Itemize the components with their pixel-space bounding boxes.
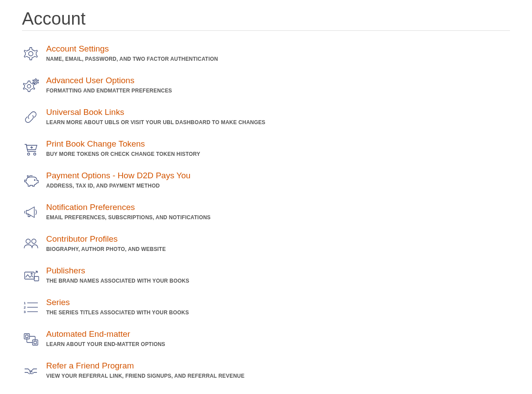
numbered-list-icon: [22, 298, 46, 316]
gears-icon: [22, 76, 46, 94]
item-title[interactable]: Print Book Change Tokens: [46, 139, 510, 149]
gear-icon: [22, 44, 46, 63]
account-items-list: Account SettingsNAME, EMAIL, PASSWORD, A…: [22, 35, 510, 394]
handshake-icon: [22, 361, 46, 379]
flow-nodes-icon: [22, 329, 46, 348]
item-title[interactable]: Series: [46, 298, 510, 308]
item-title[interactable]: Contributor Profiles: [46, 234, 510, 244]
megaphone-icon: [22, 203, 46, 221]
item-desc: VIEW YOUR REFERRAL LINK, FRIEND SIGNUPS,…: [46, 373, 510, 379]
item-desc: EMAIL PREFERENCES, SUBSCRIPTIONS, AND NO…: [46, 214, 510, 221]
amazon-checklist-link[interactable]: Amazon ChecklistA LIST OF REQUIREMENTS N…: [22, 388, 510, 394]
automated-end-matter-link[interactable]: Automated End-matterLEARN ABOUT YOUR END…: [22, 325, 510, 357]
item-desc: LEARN ABOUT YOUR END-MATTER OPTIONS: [46, 341, 510, 347]
item-desc: THE BRAND NAMES ASSOCIATED WITH YOUR BOO…: [46, 278, 510, 284]
item-desc: NAME, EMAIL, PASSWORD, AND TWO FACTOR AU…: [46, 56, 510, 62]
refer-a-friend-link[interactable]: Refer a Friend ProgramVIEW YOUR REFERRAL…: [22, 357, 510, 388]
account-settings-link[interactable]: Account SettingsNAME, EMAIL, PASSWORD, A…: [22, 40, 510, 71]
item-title[interactable]: Notification Preferences: [46, 203, 510, 213]
item-title[interactable]: Advanced User Options: [46, 76, 510, 86]
item-desc: ADDRESS, TAX ID, AND PAYMENT METHOD: [46, 183, 510, 189]
item-title[interactable]: Payment Options - How D2D Pays You: [46, 171, 510, 181]
series-link[interactable]: SeriesTHE SERIES TITLES ASSOCIATED WITH …: [22, 293, 510, 325]
print-book-change-tokens-link[interactable]: Print Book Change TokensBUY MORE TOKENS …: [22, 135, 510, 166]
item-title[interactable]: Account Settings: [46, 44, 510, 54]
contributor-profiles-link[interactable]: Contributor ProfilesBIOGRAPHY, AUTHOR PH…: [22, 230, 510, 261]
item-title[interactable]: Automated End-matter: [46, 329, 510, 339]
item-desc: BUY MORE TOKENS OR CHECK CHANGE TOKEN HI…: [46, 151, 510, 157]
item-title[interactable]: Refer a Friend Program: [46, 361, 510, 371]
payment-options-link[interactable]: Payment Options - How D2D Pays YouADDRES…: [22, 166, 510, 198]
picture-arrow-icon: [22, 266, 46, 284]
universal-book-links-link[interactable]: Universal Book LinksLEARN MORE ABOUT UBL…: [22, 103, 510, 135]
item-title[interactable]: Universal Book Links: [46, 107, 510, 118]
page-title: Account: [22, 9, 510, 31]
piggy-bank-icon: [22, 171, 46, 189]
notification-preferences-link[interactable]: Notification PreferencesEMAIL PREFERENCE…: [22, 198, 510, 230]
link-icon: [22, 107, 46, 126]
item-desc: LEARN MORE ABOUT UBLS OR VISIT YOUR UBL …: [46, 119, 510, 125]
item-desc: BIOGRAPHY, AUTHOR PHOTO, AND WEBSITE: [46, 246, 510, 252]
publishers-link[interactable]: PublishersTHE BRAND NAMES ASSOCIATED WIT…: [22, 261, 510, 293]
people-icon: [22, 234, 46, 253]
cart-icon: [22, 139, 46, 158]
advanced-user-options-link[interactable]: Advanced User OptionsFORMATTING AND ENDM…: [22, 71, 510, 103]
item-title[interactable]: Publishers: [46, 266, 510, 276]
item-desc: THE SERIES TITLES ASSOCIATED WITH YOUR B…: [46, 309, 510, 316]
item-desc: FORMATTING AND ENDMATTER PREFERENCES: [46, 88, 510, 94]
